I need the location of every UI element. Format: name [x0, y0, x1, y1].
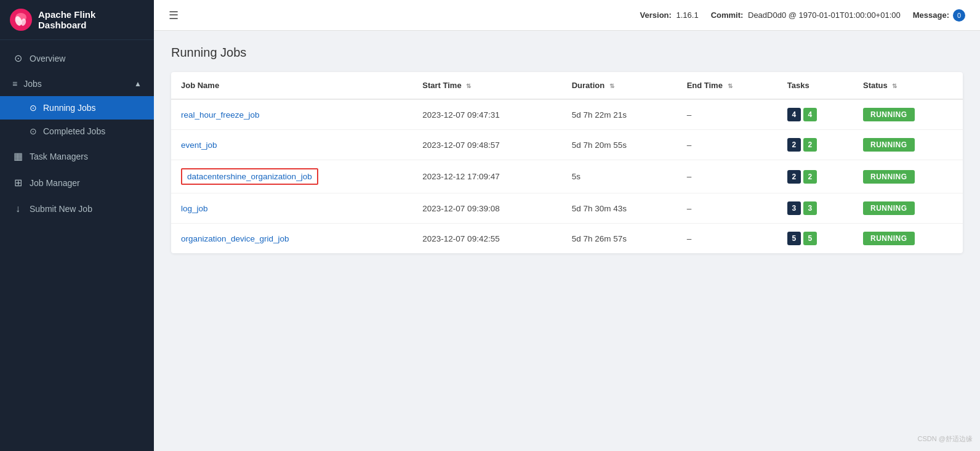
- status-cell: RUNNING: [853, 99, 963, 130]
- col-end-time[interactable]: End Time ⇅: [677, 72, 777, 99]
- end-time-cell: –: [677, 224, 777, 254]
- status-badge: RUNNING: [863, 108, 915, 121]
- start-time-cell: 2023-12-07 09:48:57: [412, 130, 561, 160]
- tasks-cell: 33: [777, 193, 853, 224]
- duration-sort-icon: ⇅: [609, 83, 614, 89]
- job-name-cell: organization_device_grid_job: [171, 224, 412, 254]
- table-row: event_job2023-12-07 09:48:575d 7h 20m 55…: [171, 130, 963, 160]
- task-badge-dark: 2: [787, 170, 801, 184]
- task-badge-dark: 2: [787, 138, 801, 152]
- jobs-icon: ≡: [12, 79, 17, 89]
- duration-cell: 5d 7h 26m 57s: [562, 224, 677, 254]
- status-badge: RUNNING: [863, 138, 915, 152]
- sidebar-submit-job-label: Submit New Job: [30, 204, 92, 214]
- overview-icon: ⊙: [12, 52, 23, 64]
- sidebar-jobs-group[interactable]: ≡ Jobs ▲: [0, 71, 154, 96]
- start-time-cell: 2023-12-07 09:39:08: [412, 193, 561, 224]
- status-sort-icon: ⇅: [892, 83, 897, 89]
- start-time-sort-icon: ⇅: [466, 83, 471, 89]
- status-cell: RUNNING: [853, 130, 963, 160]
- version-info: Version: 1.16.1: [640, 10, 699, 20]
- col-status[interactable]: Status ⇅: [853, 72, 963, 99]
- end-time-cell: –: [677, 193, 777, 224]
- status-cell: RUNNING: [853, 160, 963, 193]
- end-time-cell: –: [677, 99, 777, 130]
- task-badge-dark: 4: [787, 108, 801, 121]
- table-row: organization_device_grid_job2023-12-07 0…: [171, 224, 963, 254]
- table-row: log_job2023-12-07 09:39:085d 7h 30m 43s–…: [171, 193, 963, 224]
- start-time-cell: 2023-12-07 09:47:31: [412, 99, 561, 130]
- commit-label: Commit:: [711, 10, 744, 20]
- completed-jobs-icon: ⊙: [30, 126, 37, 136]
- watermark: CSDN @舒适边缘: [918, 434, 973, 444]
- start-time-cell: 2023-12-12 17:09:47: [412, 160, 561, 193]
- tasks-cell: 22: [777, 160, 853, 193]
- tasks-cell: 44: [777, 99, 853, 130]
- message-info: Message: 0: [913, 9, 965, 22]
- job-name-cell: event_job: [171, 130, 412, 160]
- task-badge-green: 5: [803, 232, 817, 245]
- task-badge-green: 2: [803, 138, 817, 152]
- sidebar-running-jobs-label: Running Jobs: [43, 103, 96, 113]
- col-start-time[interactable]: Start Time ⇅: [412, 72, 561, 99]
- job-name-link[interactable]: organization_device_grid_job: [181, 234, 289, 243]
- sidebar-item-submit-new-job[interactable]: ↓ Submit New Job: [0, 196, 154, 222]
- duration-cell: 5d 7h 20m 55s: [562, 130, 677, 160]
- status-cell: RUNNING: [853, 224, 963, 254]
- jobs-table-body: real_hour_freeze_job2023-12-07 09:47:315…: [171, 99, 963, 253]
- end-time-cell: –: [677, 160, 777, 193]
- sidebar-completed-jobs-label: Completed Jobs: [43, 126, 105, 136]
- page-title: Running Jobs: [171, 46, 963, 60]
- sidebar-jobs-label: Jobs: [23, 79, 42, 89]
- version-value: 1.16.1: [677, 10, 699, 20]
- sidebar-overview-label: Overview: [30, 54, 65, 63]
- sidebar-app-title: Apache Flink Dashboard: [38, 9, 144, 30]
- sidebar-item-job-manager[interactable]: ⊞ Job Manager: [0, 169, 154, 196]
- submit-job-icon: ↓: [12, 203, 23, 214]
- table-row: real_hour_freeze_job2023-12-07 09:47:315…: [171, 99, 963, 130]
- sidebar-item-overview[interactable]: ⊙ Overview: [0, 45, 154, 71]
- sidebar-item-task-managers[interactable]: ▦ Task Managers: [0, 143, 154, 169]
- job-name-link[interactable]: real_hour_freeze_job: [181, 110, 260, 120]
- page-content: Running Jobs Job Name Start Time ⇅ Durat…: [154, 31, 980, 451]
- message-count-badge: 0: [953, 9, 965, 22]
- flink-logo: [10, 9, 32, 31]
- sidebar-item-running-jobs[interactable]: ⊙ Running Jobs: [0, 96, 154, 120]
- sidebar-job-manager-label: Job Manager: [30, 178, 80, 188]
- col-job-name[interactable]: Job Name: [171, 72, 412, 99]
- duration-cell: 5s: [562, 160, 677, 193]
- tasks-cell: 55: [777, 224, 853, 254]
- task-badge-green: 3: [803, 201, 817, 215]
- duration-cell: 5d 7h 22m 21s: [562, 99, 677, 130]
- version-label: Version:: [640, 10, 672, 20]
- job-manager-icon: ⊞: [12, 177, 23, 189]
- job-name-link[interactable]: event_job: [181, 140, 217, 150]
- sidebar-task-managers-label: Task Managers: [30, 152, 88, 161]
- col-duration[interactable]: Duration ⇅: [562, 72, 677, 99]
- task-badge-green: 2: [803, 170, 817, 184]
- task-badge-dark: 3: [787, 201, 801, 215]
- sidebar-item-completed-jobs[interactable]: ⊙ Completed Jobs: [0, 120, 154, 143]
- job-name-cell: real_hour_freeze_job: [171, 99, 412, 130]
- duration-cell: 5d 7h 30m 43s: [562, 193, 677, 224]
- main-content: ☰ Version: 1.16.1 Commit: DeadD0d0 @ 197…: [154, 0, 980, 451]
- status-badge: RUNNING: [863, 201, 915, 215]
- sidebar: Apache Flink Dashboard ⊙ Overview ≡ Jobs…: [0, 0, 154, 451]
- job-name-link[interactable]: log_job: [181, 204, 208, 213]
- jobs-chevron-icon: ▲: [134, 79, 142, 88]
- menu-icon[interactable]: ☰: [169, 9, 179, 22]
- job-name-link[interactable]: datacentershine_organization_job: [181, 168, 318, 185]
- start-time-cell: 2023-12-07 09:42:55: [412, 224, 561, 254]
- topbar-left: ☰: [169, 9, 179, 22]
- end-time-cell: –: [677, 130, 777, 160]
- end-time-sort-icon: ⇅: [728, 83, 733, 89]
- topbar: ☰ Version: 1.16.1 Commit: DeadD0d0 @ 197…: [154, 0, 980, 31]
- sidebar-header: Apache Flink Dashboard: [0, 0, 154, 40]
- status-cell: RUNNING: [853, 193, 963, 224]
- task-badge-green: 4: [803, 108, 817, 121]
- col-tasks[interactable]: Tasks: [777, 72, 853, 99]
- task-badge-dark: 5: [787, 232, 801, 245]
- job-name-cell: datacentershine_organization_job: [171, 160, 412, 193]
- message-label: Message:: [913, 10, 949, 20]
- commit-value: DeadD0d0 @ 1970-01-01T01:00:00+01:00: [748, 10, 901, 20]
